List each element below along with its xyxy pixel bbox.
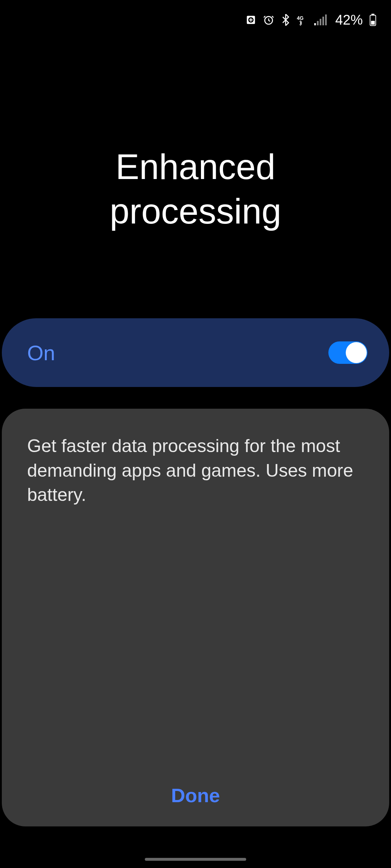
bluetooth-icon [281, 14, 290, 26]
toggle-knob [346, 342, 367, 363]
svg-rect-7 [322, 17, 324, 25]
description-card: Get faster data processing for the most … [2, 409, 389, 826]
svg-text:4G: 4G [297, 16, 303, 21]
status-bar: 4G 42% [0, 0, 391, 40]
svg-rect-5 [317, 21, 319, 25]
signal-icon [314, 14, 327, 25]
battery-icon [369, 14, 377, 26]
svg-rect-11 [371, 21, 375, 25]
toggle-card[interactable]: On [2, 318, 389, 387]
alarm-icon [263, 14, 274, 26]
svg-rect-6 [320, 19, 321, 25]
svg-rect-8 [325, 14, 327, 25]
svg-rect-4 [314, 23, 316, 25]
description-text: Get faster data processing for the most … [27, 434, 364, 507]
home-indicator[interactable] [145, 858, 246, 861]
toggle-state-label: On [27, 341, 55, 365]
network-4g-icon: 4G [297, 14, 308, 26]
data-saver-icon [245, 14, 256, 25]
page-title: Enhanced processing [0, 145, 391, 233]
toggle-switch[interactable] [328, 341, 367, 364]
done-button[interactable]: Done [2, 784, 389, 807]
battery-percent-text: 42% [335, 12, 363, 28]
